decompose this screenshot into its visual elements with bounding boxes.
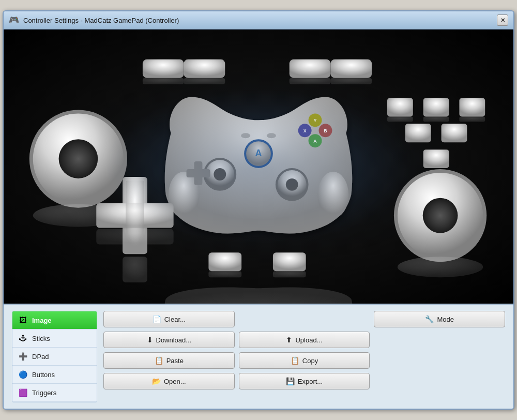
svg-text:A: A <box>255 148 262 158</box>
sidebar-item-image[interactable]: 🖼 Image <box>12 311 97 329</box>
title-bar: 🎮 Controller Settings - MadCatz GamePad … <box>4 11 513 29</box>
svg-rect-57 <box>273 271 306 277</box>
close-button[interactable]: ✕ <box>497 14 508 26</box>
svg-rect-51 <box>405 124 431 142</box>
sidebar-label-sticks: Sticks <box>32 335 50 342</box>
upload-label: Upload... <box>295 336 322 344</box>
sidebar-item-triggers[interactable]: 🟪 Triggers <box>12 384 97 402</box>
mode-icon: 🔧 <box>425 315 434 323</box>
svg-rect-49 <box>459 98 485 117</box>
sidebar-label-buttons: Buttons <box>32 371 55 379</box>
svg-point-26 <box>59 139 98 178</box>
sidebar-item-dpad[interactable]: ➕ DPad <box>12 348 97 366</box>
svg-rect-36 <box>96 229 173 245</box>
download-icon: ⬇ <box>147 336 153 344</box>
spacer-1 <box>239 311 370 327</box>
sidebar-item-sticks[interactable]: 🕹 Sticks <box>12 329 97 348</box>
svg-rect-50 <box>459 116 485 122</box>
svg-rect-46 <box>387 116 413 122</box>
paste-label: Paste <box>166 357 184 365</box>
svg-point-2 <box>318 172 349 218</box>
svg-rect-39 <box>184 59 225 78</box>
svg-point-31 <box>398 257 483 277</box>
sticks-icon: 🕹 <box>18 333 28 343</box>
spacer-3 <box>374 352 505 369</box>
open-button[interactable]: 📂 Open... <box>103 373 235 389</box>
svg-point-30 <box>423 198 458 233</box>
svg-rect-42 <box>290 78 331 84</box>
main-window: 🎮 Controller Settings - MadCatz GamePad … <box>3 10 514 410</box>
svg-rect-48 <box>423 116 449 122</box>
svg-rect-38 <box>143 78 184 84</box>
svg-rect-54 <box>208 252 241 271</box>
svg-rect-23 <box>187 169 210 177</box>
svg-rect-40 <box>184 78 225 84</box>
svg-rect-35 <box>123 257 147 282</box>
upload-button[interactable]: ⬆ Upload... <box>239 332 370 348</box>
sidebar-label-triggers: Triggers <box>32 389 56 397</box>
spacer-4 <box>374 373 505 389</box>
gamepad-display: A A B X Y <box>4 29 513 304</box>
control-panel: 🖼 Image 🕹 Sticks ➕ DPad 🔵 Buttons 🟪 Trig… <box>4 304 513 409</box>
export-icon: 💾 <box>286 377 295 385</box>
clear-label: Clear... <box>164 316 186 323</box>
open-icon: 📂 <box>152 377 161 385</box>
svg-rect-53 <box>423 149 449 168</box>
clear-button[interactable]: 📄 Clear... <box>103 311 235 327</box>
mode-button[interactable]: 🔧 Mode <box>374 311 505 327</box>
dpad-icon: ➕ <box>18 351 28 362</box>
svg-rect-37 <box>143 59 184 78</box>
buttons-icon: 🔵 <box>18 369 28 380</box>
spacer-2 <box>374 332 505 348</box>
window-icon: 🎮 <box>9 15 19 25</box>
svg-rect-41 <box>290 59 331 78</box>
title-bar-left: 🎮 Controller Settings - MadCatz GamePad … <box>9 15 179 25</box>
svg-rect-47 <box>423 98 449 117</box>
sidebar: 🖼 Image 🕹 Sticks ➕ DPad 🔵 Buttons 🟪 Trig… <box>12 311 97 402</box>
svg-point-6 <box>267 133 276 138</box>
export-label: Export... <box>298 378 323 385</box>
paste-icon: 📋 <box>155 356 163 365</box>
svg-rect-43 <box>330 59 372 78</box>
svg-point-18 <box>214 168 226 181</box>
svg-rect-56 <box>273 252 306 271</box>
svg-rect-52 <box>442 124 467 142</box>
triggers-icon: 🟪 <box>18 387 28 398</box>
svg-rect-44 <box>330 78 372 84</box>
open-label: Open... <box>164 378 186 385</box>
svg-text:A: A <box>313 139 317 144</box>
window-title: Controller Settings - MadCatz GamePad (C… <box>23 17 179 24</box>
svg-rect-45 <box>387 98 413 117</box>
clear-icon: 📄 <box>153 315 161 323</box>
upload-icon: ⬆ <box>286 336 292 344</box>
sidebar-item-buttons[interactable]: 🔵 Buttons <box>12 366 97 384</box>
download-button[interactable]: ⬇ Download... <box>103 332 235 348</box>
mode-label: Mode <box>437 316 454 323</box>
export-button[interactable]: 💾 Export... <box>239 373 370 389</box>
sidebar-label-dpad: DPad <box>32 353 49 361</box>
copy-button[interactable]: 📋 Copy <box>239 352 370 369</box>
sidebar-label-image: Image <box>32 317 52 324</box>
copy-icon: 📋 <box>291 356 299 365</box>
download-label: Download... <box>156 336 192 344</box>
copy-label: Copy <box>302 357 318 365</box>
svg-point-21 <box>286 178 298 191</box>
paste-button[interactable]: 📋 Paste <box>103 352 235 369</box>
svg-text:X: X <box>303 128 307 133</box>
svg-text:B: B <box>324 128 327 133</box>
svg-point-7 <box>241 133 250 138</box>
svg-rect-55 <box>208 271 241 277</box>
image-icon: 🖼 <box>18 315 28 325</box>
buttons-area: 📄 Clear... 🔧 Mode ⬇ Download... ⬆ Upload… <box>103 311 505 402</box>
svg-text:Y: Y <box>314 118 317 123</box>
